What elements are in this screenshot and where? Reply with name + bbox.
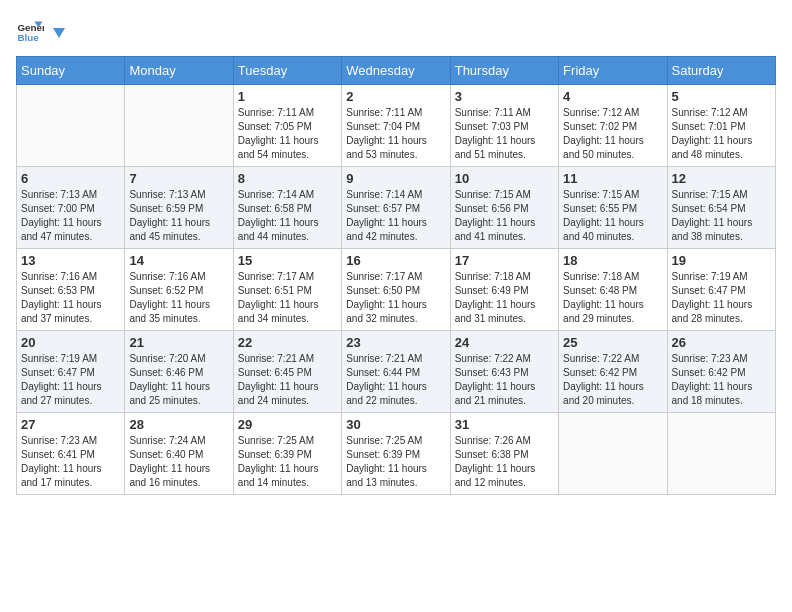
weekday-header-row: SundayMondayTuesdayWednesdayThursdayFrid… (17, 57, 776, 85)
day-cell-31: 31Sunrise: 7:26 AMSunset: 6:38 PMDayligh… (450, 413, 558, 495)
day-cell-5: 5Sunrise: 7:12 AMSunset: 7:01 PMDaylight… (667, 85, 775, 167)
day-number: 5 (672, 89, 771, 104)
day-number: 9 (346, 171, 445, 186)
day-info: Sunrise: 7:15 AMSunset: 6:54 PMDaylight:… (672, 188, 771, 244)
day-number: 10 (455, 171, 554, 186)
day-number: 28 (129, 417, 228, 432)
day-cell-13: 13Sunrise: 7:16 AMSunset: 6:53 PMDayligh… (17, 249, 125, 331)
day-number: 19 (672, 253, 771, 268)
day-info: Sunrise: 7:18 AMSunset: 6:49 PMDaylight:… (455, 270, 554, 326)
day-number: 24 (455, 335, 554, 350)
day-info: Sunrise: 7:18 AMSunset: 6:48 PMDaylight:… (563, 270, 662, 326)
day-info: Sunrise: 7:11 AMSunset: 7:04 PMDaylight:… (346, 106, 445, 162)
empty-day-cell (667, 413, 775, 495)
week-row-1: 1Sunrise: 7:11 AMSunset: 7:05 PMDaylight… (17, 85, 776, 167)
day-info: Sunrise: 7:11 AMSunset: 7:03 PMDaylight:… (455, 106, 554, 162)
day-cell-21: 21Sunrise: 7:20 AMSunset: 6:46 PMDayligh… (125, 331, 233, 413)
day-info: Sunrise: 7:25 AMSunset: 6:39 PMDaylight:… (238, 434, 337, 490)
day-number: 27 (21, 417, 120, 432)
day-info: Sunrise: 7:16 AMSunset: 6:52 PMDaylight:… (129, 270, 228, 326)
day-info: Sunrise: 7:20 AMSunset: 6:46 PMDaylight:… (129, 352, 228, 408)
day-number: 22 (238, 335, 337, 350)
weekday-header-monday: Monday (125, 57, 233, 85)
day-number: 23 (346, 335, 445, 350)
day-info: Sunrise: 7:11 AMSunset: 7:05 PMDaylight:… (238, 106, 337, 162)
day-cell-1: 1Sunrise: 7:11 AMSunset: 7:05 PMDaylight… (233, 85, 341, 167)
day-number: 1 (238, 89, 337, 104)
calendar-table: SundayMondayTuesdayWednesdayThursdayFrid… (16, 56, 776, 495)
day-info: Sunrise: 7:17 AMSunset: 6:50 PMDaylight:… (346, 270, 445, 326)
header: General Blue (16, 16, 776, 44)
day-info: Sunrise: 7:13 AMSunset: 7:00 PMDaylight:… (21, 188, 120, 244)
day-number: 6 (21, 171, 120, 186)
day-info: Sunrise: 7:23 AMSunset: 6:42 PMDaylight:… (672, 352, 771, 408)
day-info: Sunrise: 7:15 AMSunset: 6:56 PMDaylight:… (455, 188, 554, 244)
weekday-header-saturday: Saturday (667, 57, 775, 85)
day-cell-25: 25Sunrise: 7:22 AMSunset: 6:42 PMDayligh… (559, 331, 667, 413)
day-info: Sunrise: 7:24 AMSunset: 6:40 PMDaylight:… (129, 434, 228, 490)
svg-marker-3 (53, 28, 65, 38)
day-info: Sunrise: 7:14 AMSunset: 6:58 PMDaylight:… (238, 188, 337, 244)
day-cell-7: 7Sunrise: 7:13 AMSunset: 6:59 PMDaylight… (125, 167, 233, 249)
day-cell-30: 30Sunrise: 7:25 AMSunset: 6:39 PMDayligh… (342, 413, 450, 495)
day-cell-27: 27Sunrise: 7:23 AMSunset: 6:41 PMDayligh… (17, 413, 125, 495)
day-number: 7 (129, 171, 228, 186)
day-info: Sunrise: 7:16 AMSunset: 6:53 PMDaylight:… (21, 270, 120, 326)
day-info: Sunrise: 7:17 AMSunset: 6:51 PMDaylight:… (238, 270, 337, 326)
day-cell-20: 20Sunrise: 7:19 AMSunset: 6:47 PMDayligh… (17, 331, 125, 413)
day-info: Sunrise: 7:12 AMSunset: 7:01 PMDaylight:… (672, 106, 771, 162)
day-cell-16: 16Sunrise: 7:17 AMSunset: 6:50 PMDayligh… (342, 249, 450, 331)
empty-day-cell (17, 85, 125, 167)
day-cell-17: 17Sunrise: 7:18 AMSunset: 6:49 PMDayligh… (450, 249, 558, 331)
day-number: 18 (563, 253, 662, 268)
weekday-header-tuesday: Tuesday (233, 57, 341, 85)
day-number: 3 (455, 89, 554, 104)
weekday-header-friday: Friday (559, 57, 667, 85)
day-number: 11 (563, 171, 662, 186)
svg-text:Blue: Blue (17, 32, 39, 43)
day-info: Sunrise: 7:21 AMSunset: 6:44 PMDaylight:… (346, 352, 445, 408)
day-info: Sunrise: 7:13 AMSunset: 6:59 PMDaylight:… (129, 188, 228, 244)
day-info: Sunrise: 7:23 AMSunset: 6:41 PMDaylight:… (21, 434, 120, 490)
weekday-header-wednesday: Wednesday (342, 57, 450, 85)
day-cell-26: 26Sunrise: 7:23 AMSunset: 6:42 PMDayligh… (667, 331, 775, 413)
logo: General Blue (16, 16, 68, 44)
day-cell-29: 29Sunrise: 7:25 AMSunset: 6:39 PMDayligh… (233, 413, 341, 495)
empty-day-cell (559, 413, 667, 495)
day-number: 4 (563, 89, 662, 104)
day-number: 20 (21, 335, 120, 350)
day-cell-4: 4Sunrise: 7:12 AMSunset: 7:02 PMDaylight… (559, 85, 667, 167)
day-cell-14: 14Sunrise: 7:16 AMSunset: 6:52 PMDayligh… (125, 249, 233, 331)
day-cell-22: 22Sunrise: 7:21 AMSunset: 6:45 PMDayligh… (233, 331, 341, 413)
day-cell-8: 8Sunrise: 7:14 AMSunset: 6:58 PMDaylight… (233, 167, 341, 249)
day-info: Sunrise: 7:22 AMSunset: 6:43 PMDaylight:… (455, 352, 554, 408)
day-info: Sunrise: 7:12 AMSunset: 7:02 PMDaylight:… (563, 106, 662, 162)
day-number: 15 (238, 253, 337, 268)
day-cell-6: 6Sunrise: 7:13 AMSunset: 7:00 PMDaylight… (17, 167, 125, 249)
day-number: 12 (672, 171, 771, 186)
day-number: 14 (129, 253, 228, 268)
day-cell-3: 3Sunrise: 7:11 AMSunset: 7:03 PMDaylight… (450, 85, 558, 167)
week-row-2: 6Sunrise: 7:13 AMSunset: 7:00 PMDaylight… (17, 167, 776, 249)
day-number: 13 (21, 253, 120, 268)
day-cell-23: 23Sunrise: 7:21 AMSunset: 6:44 PMDayligh… (342, 331, 450, 413)
day-cell-24: 24Sunrise: 7:22 AMSunset: 6:43 PMDayligh… (450, 331, 558, 413)
logo-triangle-icon (49, 24, 67, 42)
day-info: Sunrise: 7:25 AMSunset: 6:39 PMDaylight:… (346, 434, 445, 490)
day-number: 26 (672, 335, 771, 350)
day-cell-18: 18Sunrise: 7:18 AMSunset: 6:48 PMDayligh… (559, 249, 667, 331)
week-row-3: 13Sunrise: 7:16 AMSunset: 6:53 PMDayligh… (17, 249, 776, 331)
day-cell-11: 11Sunrise: 7:15 AMSunset: 6:55 PMDayligh… (559, 167, 667, 249)
day-number: 30 (346, 417, 445, 432)
day-number: 2 (346, 89, 445, 104)
day-info: Sunrise: 7:15 AMSunset: 6:55 PMDaylight:… (563, 188, 662, 244)
day-info: Sunrise: 7:26 AMSunset: 6:38 PMDaylight:… (455, 434, 554, 490)
day-cell-19: 19Sunrise: 7:19 AMSunset: 6:47 PMDayligh… (667, 249, 775, 331)
day-cell-9: 9Sunrise: 7:14 AMSunset: 6:57 PMDaylight… (342, 167, 450, 249)
day-info: Sunrise: 7:21 AMSunset: 6:45 PMDaylight:… (238, 352, 337, 408)
day-number: 29 (238, 417, 337, 432)
weekday-header-sunday: Sunday (17, 57, 125, 85)
logo-icon: General Blue (16, 16, 44, 44)
day-number: 21 (129, 335, 228, 350)
day-cell-10: 10Sunrise: 7:15 AMSunset: 6:56 PMDayligh… (450, 167, 558, 249)
